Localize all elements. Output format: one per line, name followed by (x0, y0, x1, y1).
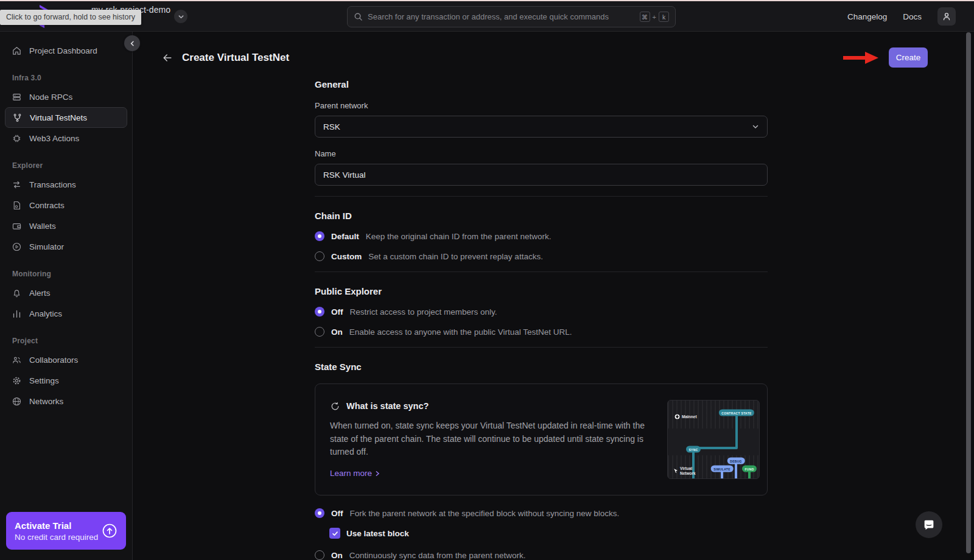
sidebar-item-transactions[interactable]: Transactions (5, 174, 127, 195)
section-divider (315, 347, 768, 348)
sidebar-item-settings[interactable]: Settings (5, 370, 127, 391)
trial-title: Activate Trial (15, 520, 98, 531)
debug-badge: DEBUG (727, 458, 745, 464)
chevron-down-icon (178, 13, 184, 20)
sidebar-item-label: Settings (29, 376, 59, 385)
fund-badge: FUND (742, 466, 757, 472)
radio-label: Off (331, 509, 343, 518)
bell-icon (12, 288, 22, 298)
sidebar-item-label: Virtual TestNets (30, 113, 87, 122)
chain-id-heading: Chain ID (315, 211, 768, 221)
changelog-link[interactable]: Changelog (847, 12, 887, 21)
use-latest-block-option[interactable]: Use latest block (329, 528, 768, 539)
sidebar-item-contracts[interactable]: Contracts (5, 195, 127, 215)
learn-more-label: Learn more (330, 469, 372, 478)
support-chat-button[interactable] (916, 511, 942, 538)
diagram-mainnet-node: Mainnet (674, 414, 697, 419)
simulate-badge: SIMULATE (711, 466, 734, 472)
create-button[interactable]: Create (889, 47, 928, 68)
sync-icon (330, 401, 340, 411)
radio-description: Restrict access to project members only. (350, 307, 497, 317)
sidebar-item-networks[interactable]: Networks (5, 391, 127, 411)
virtual-network-label: Virtual Network (680, 466, 699, 476)
chevron-left-icon (129, 40, 136, 47)
sidebar-item-project-dashboard[interactable]: Project Dashboard (5, 40, 127, 61)
sidebar-item-analytics[interactable]: Analytics (5, 303, 127, 324)
back-button[interactable] (161, 52, 173, 64)
radio-unselected-icon[interactable] (315, 550, 324, 560)
radio-selected-icon[interactable] (315, 307, 324, 317)
sidebar-item-virtual-testnets[interactable]: Virtual TestNets (5, 107, 127, 128)
sidebar-item-wallets[interactable]: Wallets (5, 215, 127, 236)
sidebar-section-infra: Infra 3.0 (12, 74, 120, 82)
info-card-title: What is state sync? (346, 401, 429, 411)
arrow-up-circle-icon (102, 523, 117, 539)
parent-network-select[interactable]: RSK (315, 116, 768, 138)
sidebar-item-node-rpcs[interactable]: Node RPCs (5, 86, 127, 107)
diagram-virtual-network-node: Virtual Network (673, 466, 699, 476)
name-input[interactable] (315, 164, 768, 186)
create-testnet-form: General Parent network RSK Name Chain ID… (315, 79, 768, 560)
state-sync-option-off[interactable]: Off Fork the parent network at the speci… (315, 508, 768, 518)
topbar: Click to go forward, hold to see history… (0, 1, 974, 32)
chain-id-option-default[interactable]: Default Keep the original chain ID from … (315, 231, 768, 241)
scrollbar[interactable] (966, 32, 971, 553)
checkbox-label: Use latest block (346, 529, 409, 538)
activate-trial-banner[interactable]: Activate Trial No credit card required (6, 512, 126, 550)
contract-file-icon (12, 200, 22, 211)
chain-id-option-custom[interactable]: Custom Set a custom chain ID to prevent … (315, 251, 768, 261)
sidebar-item-alerts[interactable]: Alerts (5, 282, 127, 303)
wallet-icon (12, 221, 22, 231)
public-explorer-option-on[interactable]: On Enable access to anyone with the publ… (315, 327, 768, 337)
virtual-testnet-icon (12, 113, 23, 123)
contract-state-badge: CONTRACT STATE (719, 410, 754, 416)
search-input[interactable] (368, 12, 635, 21)
window-edge-strip (0, 0, 974, 1)
public-explorer-option-off[interactable]: Off Restrict access to project members o… (315, 307, 768, 317)
annotation-arrow-icon (843, 51, 880, 65)
bar-chart-icon (12, 309, 22, 319)
sidebar-item-simulator[interactable]: Simulator (5, 236, 127, 257)
search-shortcut: ⌘ + k (640, 12, 669, 22)
state-sync-info-card: What is state sync? When turned on, stat… (315, 383, 768, 495)
radio-description: Enable access to anyone with the public … (349, 327, 572, 337)
sidebar-section-explorer: Explorer (12, 161, 120, 170)
sidebar-item-collaborators[interactable]: Collaborators (5, 349, 127, 370)
radio-unselected-icon[interactable] (315, 251, 324, 261)
state-sync-heading: State Sync (315, 362, 768, 372)
learn-more-link[interactable]: Learn more (330, 469, 380, 478)
main-content: Create Virtual TestNet Create General Pa… (133, 32, 974, 560)
swap-arrows-icon (12, 180, 22, 190)
account-menu-button[interactable] (937, 7, 956, 26)
server-icon (12, 92, 22, 102)
radio-selected-icon[interactable] (315, 231, 324, 241)
docs-link[interactable]: Docs (903, 12, 922, 21)
mainnet-icon (674, 414, 680, 419)
checkbox-checked-icon[interactable] (329, 528, 340, 539)
radio-selected-icon[interactable] (315, 508, 324, 518)
radio-label: Off (331, 307, 343, 317)
chevron-right-icon (374, 471, 380, 477)
section-divider (315, 196, 768, 197)
radio-label: On (331, 551, 343, 560)
global-search[interactable]: ⌘ + k (347, 6, 676, 27)
mainnet-label: Mainnet (682, 415, 697, 419)
home-icon (12, 46, 22, 56)
name-label: Name (315, 149, 768, 158)
state-sync-diagram: Mainnet CONTRACT STATE SYNC SIMULATE DEB… (667, 400, 760, 479)
radio-label: On (331, 327, 343, 337)
sidebar-item-web3-actions[interactable]: Web3 Actions (5, 128, 127, 149)
page-title: Create Virtual TestNet (182, 52, 289, 64)
sidebar-item-label: Web3 Actions (29, 134, 79, 143)
trial-subtitle: No credit card required (15, 533, 98, 542)
sidebar-collapse-button[interactable] (124, 35, 140, 51)
general-heading: General (315, 79, 768, 89)
sidebar-item-label: Project Dashboard (29, 46, 97, 55)
sync-badge: SYNC (686, 446, 701, 453)
state-sync-option-on[interactable]: On Continuously sync data from the paren… (315, 550, 768, 560)
globe-icon (12, 396, 22, 407)
project-switcher-toggle[interactable] (174, 10, 187, 23)
chevron-down-icon (752, 123, 759, 130)
radio-unselected-icon[interactable] (315, 327, 324, 337)
check-icon (332, 530, 338, 537)
